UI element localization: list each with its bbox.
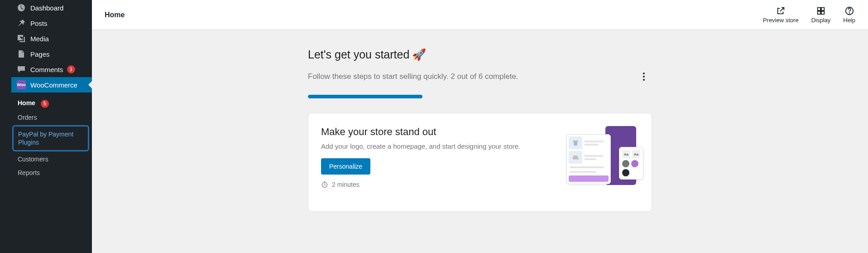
progress-bar	[308, 95, 422, 98]
illo-tshirt-thumb	[569, 136, 582, 149]
ellipsis-icon	[638, 71, 649, 82]
sidebar-item-media[interactable]: Media	[11, 31, 92, 46]
progress-track	[308, 95, 652, 98]
task-card-title: Make your store stand out	[321, 126, 556, 138]
illustration: Aa Aa	[566, 126, 639, 199]
page-title: Home	[105, 11, 750, 19]
task-card: Make your store stand out Add your logo,…	[308, 113, 652, 212]
svg-rect-3	[821, 11, 824, 14]
sidebar-item-label: Media	[30, 35, 49, 43]
subhead-row: Follow these steps to start selling quic…	[308, 68, 652, 85]
task-card-body: Make your store stand out Add your logo,…	[321, 126, 556, 199]
onboarding-subheading: Follow these steps to start selling quic…	[308, 72, 518, 81]
comments-badge: 3	[67, 65, 75, 73]
onboarding-heading: Let's get you started 🚀	[308, 48, 652, 61]
display-options-button[interactable]: Display	[811, 6, 831, 24]
onboarding-content: Let's get you started 🚀 Follow these ste…	[308, 48, 652, 253]
media-icon	[17, 34, 26, 43]
submenu-item-home[interactable]: Home 5	[11, 96, 92, 111]
submenu-label: Customers	[18, 156, 48, 163]
topbar-action-label: Display	[811, 17, 831, 24]
sidebar-item-label: Dashboard	[30, 4, 63, 12]
dashboard-icon	[17, 3, 26, 12]
preview-store-button[interactable]: Preview store	[763, 6, 799, 24]
content-wrap: Let's get you started 🚀 Follow these ste…	[92, 30, 868, 253]
layout-icon	[816, 6, 826, 16]
comment-icon	[17, 65, 26, 74]
personalize-button[interactable]: Personalize	[321, 158, 370, 175]
illo-color-swatch	[622, 160, 629, 167]
illo-color-swatch	[622, 169, 629, 176]
illo-cap-thumb	[569, 151, 582, 164]
sidebar-item-comments[interactable]: Comments 3	[11, 62, 92, 77]
svg-point-5	[849, 13, 849, 13]
submenu-item-reports[interactable]: Reports	[11, 166, 92, 180]
external-link-icon	[776, 6, 786, 16]
topbar-action-label: Help	[843, 17, 855, 24]
submenu-label: Reports	[18, 169, 40, 176]
svg-rect-0	[818, 8, 820, 10]
admin-sidebar: Dashboard Posts Media Pages Comments 3 W…	[0, 0, 92, 253]
time-estimate: 2 minutes	[321, 181, 556, 188]
task-card-description: Add your logo, create a homepage, and st…	[321, 142, 556, 150]
submenu-label: Home	[18, 99, 35, 107]
submenu-item-customers[interactable]: Customers	[11, 152, 92, 166]
task-card-illustration: Aa Aa	[566, 126, 639, 199]
svg-rect-1	[821, 8, 824, 10]
sidebar-item-label: Pages	[30, 50, 50, 58]
more-options-button[interactable]	[636, 68, 652, 85]
illo-panel-style: Aa Aa	[619, 147, 643, 180]
sidebar-item-posts[interactable]: Posts	[11, 15, 92, 31]
stopwatch-icon	[321, 181, 328, 188]
woocommerce-icon: Woo	[17, 80, 26, 89]
illo-font-sample: Aa	[632, 150, 640, 158]
time-estimate-text: 2 minutes	[332, 181, 360, 188]
woocommerce-submenu: Home 5 Orders PayPal by Payment Plugins …	[11, 92, 92, 183]
home-badge: 5	[41, 100, 49, 108]
svg-point-8	[643, 79, 645, 81]
sidebar-item-label: WooCommerce	[30, 81, 77, 89]
illo-panel-products	[566, 134, 611, 184]
sidebar-item-dashboard[interactable]: Dashboard	[11, 0, 92, 15]
sidebar-item-woocommerce[interactable]: Woo WooCommerce	[11, 77, 92, 92]
svg-point-6	[643, 73, 645, 74]
heading-text: Let's get you started	[308, 48, 409, 61]
sidebar-item-label: Comments	[30, 66, 63, 73]
help-icon	[844, 6, 854, 16]
submenu-label: PayPal by Payment Plugins	[18, 131, 73, 146]
sidebar-item-label: Posts	[30, 19, 48, 27]
svg-point-7	[643, 76, 645, 78]
illo-color-swatch	[631, 160, 638, 167]
illo-font-sample: Aa	[622, 150, 630, 158]
submenu-item-paypal[interactable]: PayPal by Payment Plugins	[12, 125, 89, 151]
topbar-action-label: Preview store	[763, 17, 799, 24]
pin-icon	[17, 19, 26, 28]
help-button[interactable]: Help	[843, 6, 855, 24]
sidebar-item-pages[interactable]: Pages	[11, 46, 92, 62]
main-area: Home Preview store Display Help Let's ge…	[92, 0, 868, 253]
submenu-label: Orders	[18, 114, 37, 121]
submenu-item-orders[interactable]: Orders	[11, 111, 92, 124]
page-icon	[17, 49, 26, 58]
rocket-emoji: 🚀	[412, 48, 426, 61]
topbar: Home Preview store Display Help	[92, 0, 868, 30]
svg-rect-2	[818, 11, 820, 14]
